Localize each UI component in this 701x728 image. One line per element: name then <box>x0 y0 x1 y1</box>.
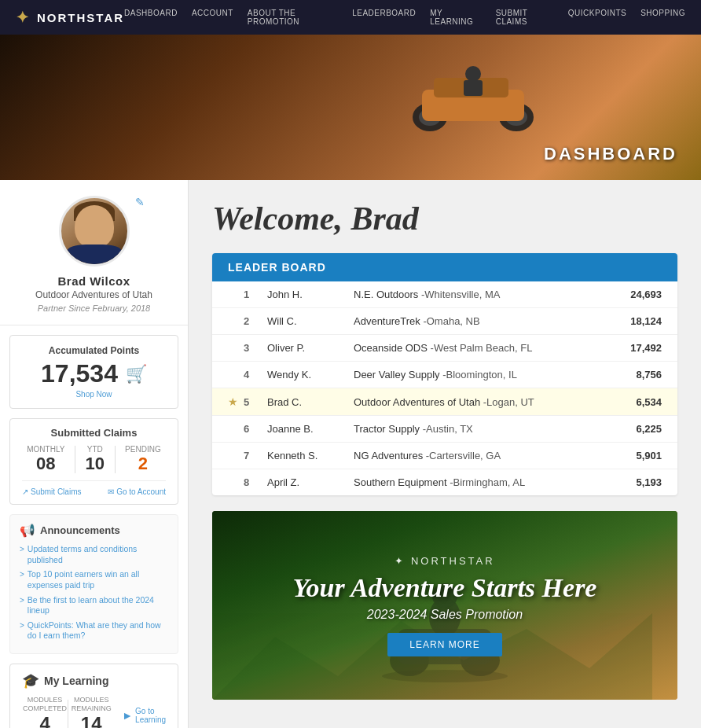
svg-marker-14 <box>212 613 652 700</box>
learning-completed-col: MODULESCOMPLETED 4 <box>22 696 68 728</box>
lb-points: 5,901 <box>607 450 662 461</box>
points-value-row: 17,534 🛒 <box>22 359 166 388</box>
lb-name: April Z. <box>267 476 354 488</box>
points-label: Accumulated Points <box>22 345 166 356</box>
claims-monthly: MONTHLY 08 <box>27 445 64 474</box>
announcement-link-2[interactable]: Top 10 point earners win an all expenses… <box>28 569 168 590</box>
nav-logo-text: NORTHSTAR <box>37 11 124 24</box>
company-name: Outdoor Adventures of Utah <box>354 396 480 408</box>
announcement-link-3[interactable]: Be the first to learn about the 2024 lin… <box>28 595 168 616</box>
claims-monthly-value: 08 <box>27 454 64 474</box>
nav-about-promotion[interactable]: ABOUT THE PROMOTION <box>248 9 338 26</box>
points-card: Accumulated Points 17,534 🛒 Shop Now <box>9 335 178 409</box>
claims-pending: PENDING 2 <box>125 445 161 474</box>
submit-claims-icon: ↗ <box>22 487 28 496</box>
avatar-suit <box>67 245 122 264</box>
company-name: Southern Equipment <box>354 476 447 488</box>
announcement-item-1: > Updated terms and conditions published <box>20 544 168 565</box>
account-icon: ✉ <box>108 487 114 496</box>
company-location: -Bloomington, IL <box>442 369 517 381</box>
announcement-item-3: > Be the first to learn about the 2024 l… <box>20 595 168 616</box>
svg-rect-7 <box>464 80 483 96</box>
lb-name: Kenneth S. <box>267 450 354 461</box>
lb-points: 18,124 <box>607 315 662 327</box>
leaderboard-row: 7 Kenneth S. NG Adventures -Cartersville… <box>212 443 677 469</box>
learning-completed-value: 4 <box>22 713 68 728</box>
hero-banner: DASHBOARD <box>0 35 701 180</box>
claims-ytd-value: 10 <box>86 454 105 474</box>
leaderboard-row: 3 Oliver P. Oceanside ODS -West Palm Bea… <box>212 335 677 362</box>
lb-company: AdventureTrek -Omaha, NB <box>354 315 607 327</box>
learning-remaining-label: MODULESREMAINING <box>68 696 114 713</box>
promo-banner: ✦ NORTHSTAR Your Adventure Starts Here 2… <box>212 511 677 700</box>
lb-rank: 3 <box>244 342 267 354</box>
lb-points: 6,534 <box>607 396 662 408</box>
leaderboard-row: 4 Wendy K. Deer Valley Supply -Bloomingt… <box>212 362 677 388</box>
lb-rank: 5 <box>244 396 267 408</box>
edit-profile-icon[interactable]: ✎ <box>135 196 145 208</box>
lb-points: 5,193 <box>607 476 662 488</box>
nav-my-learning[interactable]: MY LEARNING <box>430 9 481 26</box>
claims-pending-label: PENDING <box>125 445 161 454</box>
promo-logo: ✦ NORTHSTAR <box>395 555 494 567</box>
arrow-icon-3: > <box>20 596 24 616</box>
company-location: -Whitensville, MA <box>421 289 500 300</box>
main-content: Welcome, Brad LEADER BOARD 1 John H. N.E… <box>189 180 701 728</box>
lb-company: Tractor Supply -Austin, TX <box>354 423 607 435</box>
nav-quickpoints[interactable]: QUICKPOINTS <box>568 9 626 26</box>
nav-account[interactable]: ACCOUNT <box>192 9 233 26</box>
go-to-account-link[interactable]: ✉ Go to Account <box>108 487 166 496</box>
learning-title: My Learning <box>44 675 108 687</box>
lb-rank: 6 <box>244 423 267 435</box>
lb-rank: 7 <box>244 450 267 461</box>
nav-logo: ✦ NORTHSTAR <box>16 8 124 27</box>
lb-points: 17,492 <box>607 342 662 354</box>
learn-more-button[interactable]: LEARN MORE <box>387 633 501 656</box>
lb-points: 6,225 <box>607 423 662 435</box>
shop-now-link[interactable]: Shop Now <box>22 390 166 399</box>
company-name: Tractor Supply <box>354 423 420 435</box>
announcement-link-1[interactable]: Updated terms and conditions published <box>28 544 168 565</box>
lb-points: 8,756 <box>607 369 662 381</box>
announcements-header: 📢 Announcements <box>20 523 168 538</box>
leaderboard-rows: 1 John H. N.E. Outdoors -Whitensville, M… <box>212 281 677 495</box>
profile-since: Partner Since February, 2018 <box>38 303 150 313</box>
navigation: ✦ NORTHSTAR DASHBOARD ACCOUNT ABOUT THE … <box>0 0 701 35</box>
hero-vehicle <box>402 58 544 153</box>
nav-submit-claims[interactable]: SUBMIT CLAIMS <box>496 9 554 26</box>
promo-subtitle: 2023-2024 Sales Promotion <box>367 608 523 622</box>
nav-dashboard[interactable]: DASHBOARD <box>124 9 178 26</box>
learning-card: 🎓 My Learning MODULESCOMPLETED 4 MODULES… <box>9 664 178 728</box>
avatar-skin <box>75 205 114 248</box>
company-location: -Omaha, NB <box>423 315 479 327</box>
learning-remaining-col: MODULESREMAINING 14 <box>68 696 114 728</box>
lb-name: Joanne B. <box>267 423 354 435</box>
learning-stats: MODULESCOMPLETED 4 MODULESREMAINING 14 ►… <box>22 696 166 728</box>
announcements-title: Announcements <box>40 524 120 536</box>
company-location: -Austin, TX <box>423 423 473 435</box>
avatar-face <box>67 201 122 264</box>
lb-name: John H. <box>267 289 354 300</box>
leaderboard-row: ★ 5 Brad C. Outdoor Adventures of Utah -… <box>212 388 677 416</box>
announcement-link-4[interactable]: QuickPoints: What are they and how do I … <box>28 620 168 642</box>
claims-pending-value: 2 <box>125 454 161 474</box>
arrow-icon-2: > <box>20 570 24 590</box>
announcements-card: 📢 Announcements > Updated terms and cond… <box>9 514 178 654</box>
leaderboard-row: 1 John H. N.E. Outdoors -Whitensville, M… <box>212 281 677 308</box>
submit-claims-link[interactable]: ↗ Submit Claims <box>22 487 81 496</box>
claims-actions: ↗ Submit Claims ✉ Go to Account <box>22 487 166 496</box>
lb-rank: 2 <box>244 315 267 327</box>
star-icon: ★ <box>228 395 244 408</box>
atv-svg <box>402 58 544 137</box>
leaderboard-row: 2 Will C. AdventureTrek -Omaha, NB 18,12… <box>212 308 677 335</box>
claims-divider-2 <box>115 446 116 473</box>
leaderboard-row: 6 Joanne B. Tractor Supply -Austin, TX 6… <box>212 416 677 443</box>
claims-monthly-label: MONTHLY <box>27 445 64 454</box>
claims-divider-1 <box>75 446 75 473</box>
company-name: NG Adventures <box>354 450 423 461</box>
sidebar: ✎ Brad Wilcox Outdoor Adventures of Utah… <box>0 180 189 728</box>
nav-leaderboard[interactable]: LEADERBOARD <box>352 9 416 26</box>
go-to-learning-link[interactable]: Go toLearning <box>135 707 166 724</box>
nav-shopping[interactable]: SHOPPING <box>640 9 685 26</box>
claims-card: Submitted Claims MONTHLY 08 YTD 10 PENDI… <box>9 418 178 505</box>
